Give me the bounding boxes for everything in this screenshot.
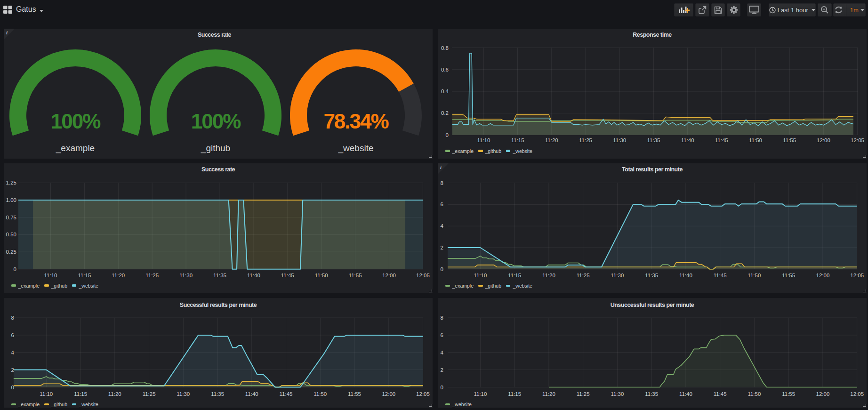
svg-text:12:05: 12:05 <box>416 273 430 278</box>
svg-text:11:55: 11:55 <box>348 391 361 397</box>
svg-text:0.4: 0.4 <box>441 88 449 94</box>
svg-text:12:05: 12:05 <box>416 391 430 397</box>
svg-text:4: 4 <box>441 223 444 229</box>
svg-text:11:35: 11:35 <box>647 137 660 143</box>
svg-text:8: 8 <box>441 315 443 321</box>
svg-text:6: 6 <box>441 332 443 338</box>
svg-text:8: 8 <box>11 315 14 321</box>
svg-text:11:10: 11:10 <box>40 391 53 397</box>
svg-text:12:00: 12:00 <box>817 137 830 143</box>
svg-text:11:25: 11:25 <box>579 137 592 143</box>
svg-text:0: 0 <box>441 385 443 390</box>
svg-text:2: 2 <box>441 367 443 373</box>
svg-text:11:40: 11:40 <box>245 391 258 397</box>
svg-text:11:50: 11:50 <box>749 137 762 143</box>
svg-text:12:00: 12:00 <box>816 273 830 278</box>
svg-text:0.2: 0.2 <box>441 110 449 116</box>
svg-text:11:15: 11:15 <box>508 273 521 278</box>
svg-text:11:45: 11:45 <box>714 391 727 397</box>
svg-text:12:05: 12:05 <box>851 137 864 143</box>
svg-text:11:30: 11:30 <box>611 391 624 397</box>
svg-text:11:55: 11:55 <box>782 273 795 278</box>
svg-text:11:20: 11:20 <box>542 391 555 397</box>
svg-text:11:45: 11:45 <box>715 137 728 143</box>
svg-text:11:55: 11:55 <box>782 391 795 397</box>
svg-text:11:45: 11:45 <box>281 273 294 278</box>
svg-text:12:05: 12:05 <box>850 273 864 278</box>
svg-text:11:30: 11:30 <box>613 137 626 143</box>
svg-text:0: 0 <box>446 132 449 138</box>
svg-text:11:10: 11:10 <box>474 273 487 278</box>
svg-text:11:30: 11:30 <box>611 273 624 278</box>
svg-text:11:10: 11:10 <box>477 137 490 143</box>
svg-text:12:00: 12:00 <box>382 273 396 278</box>
svg-text:2: 2 <box>11 367 14 373</box>
svg-text:11:35: 11:35 <box>213 273 226 278</box>
svg-text:11:25: 11:25 <box>577 273 590 278</box>
svg-text:8: 8 <box>441 180 443 186</box>
svg-text:11:20: 11:20 <box>112 273 125 278</box>
svg-text:6: 6 <box>11 332 14 338</box>
svg-text:11:40: 11:40 <box>679 273 692 278</box>
svg-text:11:20: 11:20 <box>108 391 121 397</box>
svg-text:11:50: 11:50 <box>315 273 328 278</box>
svg-text:0.50: 0.50 <box>6 232 16 237</box>
svg-text:0: 0 <box>14 266 16 272</box>
svg-text:11:30: 11:30 <box>179 273 193 278</box>
svg-text:1.25: 1.25 <box>6 180 16 185</box>
svg-text:12:05: 12:05 <box>850 391 864 397</box>
svg-text:0.8: 0.8 <box>441 45 449 51</box>
svg-text:11:15: 11:15 <box>78 273 91 278</box>
svg-text:11:55: 11:55 <box>783 137 796 143</box>
svg-text:0: 0 <box>441 266 443 272</box>
svg-text:12:00: 12:00 <box>816 391 830 397</box>
svg-text:11:20: 11:20 <box>542 273 555 278</box>
svg-text:11:10: 11:10 <box>474 391 487 397</box>
svg-text:2: 2 <box>441 245 443 250</box>
svg-text:0.6: 0.6 <box>441 67 449 72</box>
svg-text:11:25: 11:25 <box>145 273 159 278</box>
svg-text:11:45: 11:45 <box>714 273 727 278</box>
svg-text:4: 4 <box>11 350 15 355</box>
svg-text:11:40: 11:40 <box>679 391 692 397</box>
svg-text:11:15: 11:15 <box>508 391 521 397</box>
svg-text:11:15: 11:15 <box>511 137 524 143</box>
svg-text:0.25: 0.25 <box>6 249 16 255</box>
svg-text:1.00: 1.00 <box>6 197 16 203</box>
svg-text:0: 0 <box>11 385 14 390</box>
svg-text:11:25: 11:25 <box>577 391 590 397</box>
svg-text:11:25: 11:25 <box>143 391 156 397</box>
svg-text:6: 6 <box>441 201 443 207</box>
svg-text:11:35: 11:35 <box>211 391 224 397</box>
svg-text:11:20: 11:20 <box>545 137 558 143</box>
svg-text:12:00: 12:00 <box>382 391 395 397</box>
svg-text:11:55: 11:55 <box>349 273 362 278</box>
svg-text:11:50: 11:50 <box>747 391 761 397</box>
svg-text:11:10: 11:10 <box>44 273 57 278</box>
svg-text:0.75: 0.75 <box>6 215 16 220</box>
svg-text:11:50: 11:50 <box>747 273 761 278</box>
svg-text:11:40: 11:40 <box>681 137 694 143</box>
svg-text:11:45: 11:45 <box>280 391 293 397</box>
svg-text:11:35: 11:35 <box>645 273 658 278</box>
svg-text:11:40: 11:40 <box>247 273 260 278</box>
svg-text:4: 4 <box>441 350 444 355</box>
svg-text:11:30: 11:30 <box>177 391 190 397</box>
svg-text:11:50: 11:50 <box>313 391 327 397</box>
svg-text:11:15: 11:15 <box>74 391 87 397</box>
svg-text:11:35: 11:35 <box>645 391 658 397</box>
